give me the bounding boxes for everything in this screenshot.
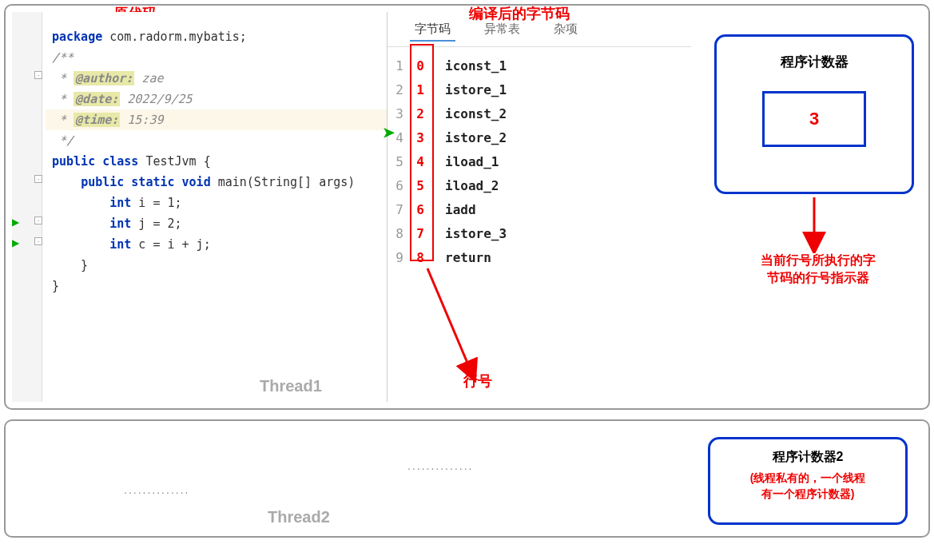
code-line: } [46,276,387,296]
bytecode-row: 10iconst_1 [388,54,691,77]
fold-icon[interactable]: - [34,71,42,79]
bc-instruction: istore_1 [431,82,507,97]
pc-description: 当前行号所执行的字节码的行号指示器 [726,252,910,288]
bc-instruction: istore_3 [431,226,507,241]
bc-instruction: return [431,250,491,265]
bc-offset: 8 [410,250,431,265]
pc-title: 程序计数器 [725,53,904,71]
code-line: int i = 1; [46,193,387,213]
bytecode-row: 32iconst_2 [388,101,691,125]
bc-offset: 7 [410,226,431,241]
code-line: public class TestJvm { [46,151,387,172]
bc-lineno: 2 [388,82,410,97]
code-line: /** [46,47,387,68]
lineno-label: 行号 [463,371,492,391]
bc-offset: 5 [410,178,431,193]
run-marker-icon[interactable]: ▶ [12,216,19,228]
ellipsis: .............. [407,459,473,472]
tab-bytecode[interactable]: 字节码 [410,18,455,42]
thread2-panel: .............. .............. Thread2 程序… [4,419,930,538]
bc-offset: 0 [410,58,431,73]
arrow-to-lineno-icon [423,264,487,384]
bc-offset: 2 [410,106,431,121]
bytecode-rows: 10iconst_121istore_132iconst_243istore_2… [388,47,691,269]
thread2-label: Thread2 [268,508,330,526]
bc-offset: 3 [410,130,431,145]
bc-lineno: 8 [388,226,410,241]
bytecode-row: 87istore_3 [388,221,691,245]
tab-misc[interactable]: 杂项 [549,18,582,42]
bc-instruction: istore_2 [431,130,507,145]
bc-offset: 4 [410,154,431,169]
program-counter-2-box: 程序计数器2 (线程私有的，一个线程有一个程序计数器) [708,437,908,525]
svg-line-0 [427,268,471,372]
bc-offset: 1 [410,82,431,97]
bc-lineno: 1 [388,58,410,73]
fold-icon[interactable]: - [34,237,42,245]
bc-lineno: 5 [388,154,410,169]
bc-lineno: 9 [388,250,410,265]
run-marker-icon[interactable]: ▶ [12,237,19,248]
bc-instruction: iload_1 [431,154,499,169]
tab-exception[interactable]: 异常表 [479,18,525,42]
code-line: * @time: 15:39 [46,109,387,130]
bytecode-row: 76iadd [388,197,691,221]
code-line: int j = 2; [46,213,387,234]
code-line: } [46,255,387,276]
code-line: */ [46,130,387,151]
code-line: * @date: 2022/9/25 [46,89,387,109]
arrow-pc-desc-icon [802,197,826,253]
code-line: * @author: zae [46,68,387,89]
pc-value-box: 3 [762,91,866,147]
bc-lineno: 7 [388,202,410,217]
editor-gutter: - - - - ▶ ▶ [12,12,42,402]
pc-area: 程序计数器 3 当前行号所执行的字节码的行号指示器 [691,12,922,402]
code-line: package com.radorm.mybatis; [46,26,387,47]
bc-instruction: iadd [431,202,476,217]
pc-value: 3 [809,109,819,129]
source-code-area: - - - - ▶ ▶ package com.radorm.mybatis; … [12,12,388,402]
thread1-label: Thread1 [260,377,322,395]
fold-icon[interactable]: - [34,175,42,183]
bc-lineno: 6 [388,178,410,193]
code-line: public static void main(String[] args) [46,172,387,193]
bc-offset: 6 [410,202,431,217]
pc2-description: (线程私有的，一个线程有一个程序计数器) [720,471,896,502]
bc-instruction: iconst_2 [431,106,507,121]
bc-instruction: iconst_1 [431,58,507,73]
fold-icon[interactable]: - [34,216,42,224]
program-counter-box: 程序计数器 3 [714,34,914,194]
bc-lineno: 3 [388,106,410,121]
ellipsis: .............. [124,483,189,496]
pc2-title: 程序计数器2 [720,449,896,466]
bytecode-row: 65iload_2 [388,173,691,197]
bytecode-row: 21istore_1 [388,77,691,101]
bc-instruction: iload_2 [431,178,499,193]
bytecode-area: 字节码 异常表 杂项 ➤ 10iconst_121istore_132icons… [388,12,691,402]
bytecode-row: 43istore_2 [388,125,691,149]
code-line: int c = i + j; [46,234,387,255]
thread1-panel: 原代码 编译后的字节码 - - - - ▶ ▶ package com.rado… [4,4,930,410]
bytecode-row: 54iload_1 [388,149,691,173]
bc-lineno: 4 [388,130,410,145]
bytecode-tabs: 字节码 异常表 杂项 [388,18,691,47]
